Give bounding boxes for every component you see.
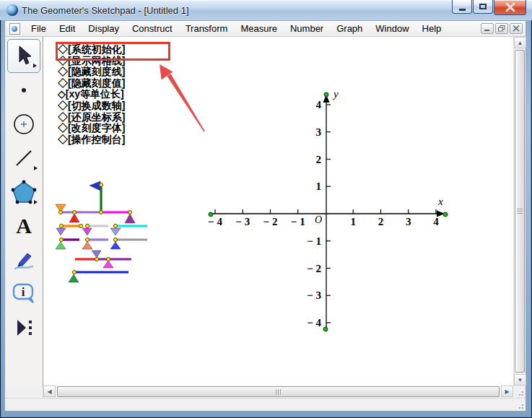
canvas-overlay: − 4− 3− 2− 11234− 4− 3− 2− 11234Oxy [43, 37, 513, 386]
mdi-minimize-button[interactable] [481, 23, 494, 34]
menu-item-number[interactable]: Number [284, 21, 330, 36]
console-marker-up [103, 261, 113, 268]
scroll-left-button[interactable]: ◀ [43, 386, 56, 397]
information-tool[interactable]: i [7, 277, 40, 310]
horizontal-scroll-track[interactable] [56, 386, 501, 398]
mdi-restore-button[interactable] [495, 23, 508, 34]
window-title: The Geometer's Sketchpad - [Untitled 1] [22, 5, 189, 16]
y-tick-label: − 4 [307, 317, 321, 328]
custom-tool[interactable] [7, 310, 40, 344]
marker-tool[interactable] [7, 243, 40, 277]
compass-tool[interactable] [7, 107, 40, 141]
menu-item-graph[interactable]: Graph [330, 21, 369, 36]
y-tick-label: 3 [316, 126, 322, 138]
console-point [60, 225, 64, 228]
menu-item-display[interactable]: Display [82, 21, 126, 36]
menu-item-help[interactable]: Help [416, 21, 448, 36]
point-tool[interactable] [7, 73, 40, 107]
x-tick-label: − 1 [291, 216, 305, 227]
vertical-scrollbar[interactable]: ▲ ▼ [513, 37, 526, 386]
maximize-button[interactable] [473, 0, 493, 14]
console-marker-down [82, 228, 92, 235]
horizontal-scrollbar-row: ◀ ▶ [5, 386, 526, 398]
marker-icon [12, 248, 36, 271]
menu-items: FileEditDisplayConstructTransformMeasure… [25, 21, 448, 36]
resize-grip-icon [517, 389, 524, 396]
console-marker-up [69, 214, 79, 222]
custom-tool-icon [12, 317, 35, 339]
status-bar [5, 398, 526, 411]
scroll-down-icon: ▼ [518, 377, 523, 383]
x-tick-label: − 4 [208, 216, 222, 227]
scrollbar-corner [513, 386, 526, 398]
annotation-arrow-shaft [167, 74, 205, 131]
scroll-down-button[interactable]: ▼ [514, 374, 526, 386]
console-point [73, 211, 77, 214]
scroll-right-button[interactable]: ▶ [501, 386, 513, 397]
client-area: A i [4, 37, 526, 412]
console-point [59, 211, 63, 214]
straightedge-icon [13, 147, 35, 169]
horizontal-scroll-thumb[interactable] [57, 386, 500, 397]
y-tick-label: − 2 [307, 263, 321, 274]
console-point [128, 211, 132, 214]
minimize-icon [459, 9, 466, 11]
vertical-scroll-thumb[interactable] [515, 50, 525, 373]
document-icon [9, 23, 20, 35]
window-controls [451, 0, 526, 15]
console-point [86, 225, 90, 228]
app-window: The Geometer's Sketchpad - [Untitled 1] … [0, 0, 532, 418]
x-tick-label: − 3 [235, 216, 250, 227]
axis-endpoint-point [443, 212, 448, 217]
polygon-tool[interactable] [7, 175, 40, 209]
console-point [114, 238, 118, 242]
x-tick-label: 1 [351, 216, 357, 227]
console-point [60, 238, 64, 242]
sketch-canvas[interactable]: ◇[系统初始化]◇[显示网格线]◇[隐藏刻度线]◇[隐藏刻度值]◇[xy等单位长… [43, 37, 513, 386]
scroll-up-button[interactable]: ▲ [514, 37, 526, 48]
tool-submenu-arrow-icon [33, 64, 37, 68]
menu-item-measure[interactable]: Measure [234, 21, 284, 36]
x-tick-label: 2 [378, 216, 384, 227]
x-tick-label: − 2 [263, 216, 278, 227]
menu-item-file[interactable]: File [25, 21, 53, 36]
svg-text:i: i [22, 285, 25, 299]
console-marker-up [82, 242, 92, 249]
axis-endpoint-point [324, 92, 328, 97]
menu-item-transform[interactable]: Transform [179, 21, 235, 36]
straightedge-tool[interactable] [7, 141, 40, 175]
point-icon [13, 79, 35, 101]
y-tick-label: 1 [316, 180, 322, 192]
console-point [100, 211, 103, 214]
console-marker-up [69, 274, 79, 282]
selection-arrow-tool[interactable] [7, 39, 40, 73]
console-marker-down [92, 251, 101, 258]
app-logo-icon [6, 4, 18, 16]
toolbox-footer [5, 386, 43, 398]
resize-grip-icon[interactable] [517, 402, 524, 409]
axis-endpoint-point [323, 327, 328, 331]
title-bar: The Geometer's Sketchpad - [Untitled 1] [0, 0, 532, 20]
menu-bar: FileEditDisplayConstructTransformMeasure… [4, 20, 526, 37]
console-point [114, 225, 118, 228]
selection-arrow-icon [13, 45, 35, 68]
y-tick-label: 2 [316, 154, 322, 165]
menu-item-window[interactable]: Window [369, 21, 415, 36]
x-tick-label: 3 [406, 216, 411, 227]
minimize-button[interactable] [452, 0, 472, 14]
scroll-right-icon: ▶ [505, 388, 509, 395]
mdi-close-button[interactable] [510, 23, 523, 34]
text-tool[interactable]: A [7, 209, 40, 243]
horizontal-scrollbar[interactable]: ◀ ▶ [43, 386, 513, 398]
console-marker-up [110, 242, 121, 249]
menu-item-construct[interactable]: Construct [126, 21, 179, 36]
minimize-icon [484, 25, 491, 32]
close-icon [505, 3, 515, 12]
console-marker-up [125, 214, 135, 223]
menu-item-edit[interactable]: Edit [53, 21, 82, 36]
console-flag [90, 181, 100, 191]
close-button[interactable] [494, 0, 526, 15]
y-tick-label: − 1 [307, 235, 321, 247]
console-point [79, 225, 83, 228]
vertical-scroll-track[interactable] [514, 48, 526, 374]
